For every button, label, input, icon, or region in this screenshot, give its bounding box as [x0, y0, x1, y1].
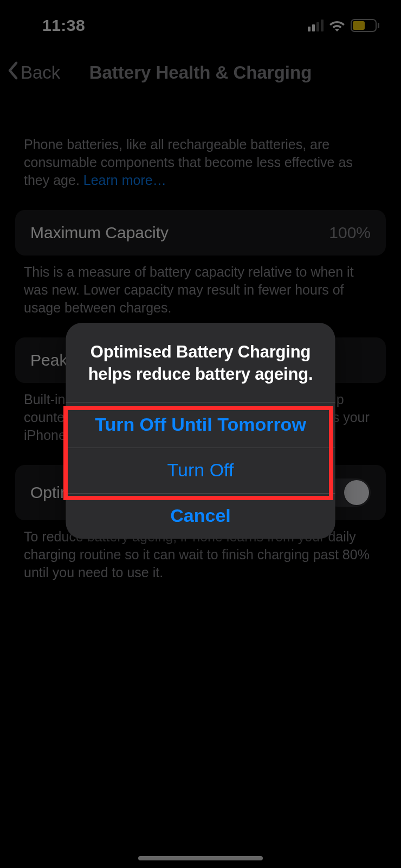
home-indicator[interactable] — [138, 856, 263, 860]
turn-off-button[interactable]: Turn Off — [66, 448, 335, 493]
sheet-title: Optimised Battery Charging helps reduce … — [66, 323, 335, 402]
turn-off-until-tomorrow-button[interactable]: Turn Off Until Tomorrow — [66, 402, 335, 448]
action-sheet: Optimised Battery Charging helps reduce … — [66, 323, 335, 539]
cancel-button[interactable]: Cancel — [66, 493, 335, 539]
